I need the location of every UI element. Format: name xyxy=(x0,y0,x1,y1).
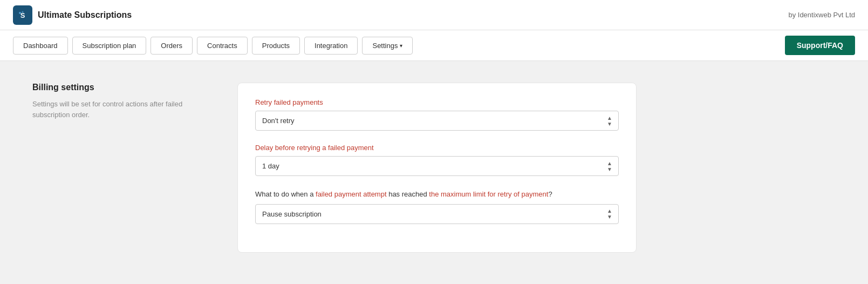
header: S Ultimate Subscriptions by Identixweb P… xyxy=(0,0,868,30)
retry-payments-select-wrapper: Don't retry Retry once Retry twice Retry… xyxy=(255,111,619,131)
nav-dashboard[interactable]: Dashboard xyxy=(13,37,68,55)
section-title: Billing settings xyxy=(32,83,205,92)
nav-subscription-plan[interactable]: Subscription plan xyxy=(72,37,147,55)
max-retry-action-field: What to do when a failed payment attempt… xyxy=(255,189,619,224)
delay-retry-select-wrapper: 1 day 2 days 3 days 5 days 7 days ▲ ▼ xyxy=(255,156,619,176)
header-left: S Ultimate Subscriptions xyxy=(13,5,132,25)
nav-orders[interactable]: Orders xyxy=(151,37,193,55)
delay-retry-select[interactable]: 1 day 2 days 3 days 5 days 7 days xyxy=(255,156,619,176)
label-highlight-limit: the maximum limit for retry of payment xyxy=(429,190,548,198)
nav-bar: Dashboard Subscription plan Orders Contr… xyxy=(0,30,868,61)
nav-contracts[interactable]: Contracts xyxy=(197,37,248,55)
app-title: Ultimate Subscriptions xyxy=(38,10,132,20)
max-retry-select-wrapper: Pause subscription Cancel subscription S… xyxy=(255,204,619,224)
delay-retry-label: Delay before retrying a failed payment xyxy=(255,144,619,152)
delay-retry-field: Delay before retrying a failed payment 1… xyxy=(255,144,619,176)
retry-payments-field: Retry failed payments Don't retry Retry … xyxy=(255,98,619,131)
main-content: Billing settings Settings will be set fo… xyxy=(0,61,868,274)
label-highlight-failed: failed payment attempt xyxy=(316,190,387,198)
support-faq-button[interactable]: Support/FAQ xyxy=(785,36,855,55)
right-panel: Retry failed payments Don't retry Retry … xyxy=(237,83,637,253)
svg-point-3 xyxy=(22,11,24,12)
max-retry-select[interactable]: Pause subscription Cancel subscription S… xyxy=(255,204,619,224)
app-logo: S xyxy=(13,5,32,25)
nav-products[interactable]: Products xyxy=(252,37,300,55)
svg-point-2 xyxy=(19,12,21,14)
retry-payments-label: Retry failed payments xyxy=(255,98,619,106)
nav-integration[interactable]: Integration xyxy=(304,37,358,55)
section-description: Settings will be set for control actions… xyxy=(32,99,205,120)
header-by-text: by Identixweb Pvt Ltd xyxy=(788,11,855,19)
max-retry-label: What to do when a failed payment attempt… xyxy=(255,189,619,200)
nav-settings[interactable]: Settings ▾ xyxy=(362,37,413,55)
left-panel: Billing settings Settings will be set fo… xyxy=(32,83,205,253)
retry-payments-select[interactable]: Don't retry Retry once Retry twice Retry… xyxy=(255,111,619,131)
settings-chevron-icon: ▾ xyxy=(400,43,402,49)
